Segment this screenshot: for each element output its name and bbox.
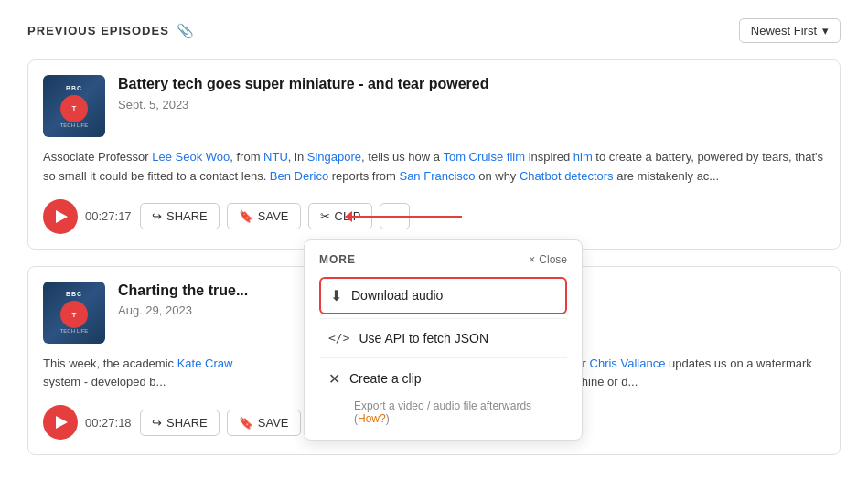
episode-desc-1: Associate Professor Lee Seok Woo, from N…: [43, 148, 825, 186]
section-title-text: PREVIOUS EPISODES: [27, 24, 169, 37]
controls-row-1: 00:27:17 ↪ SHARE 🔖 SAVE ✂ CLIP ···: [43, 199, 825, 234]
episode-title-1: Battery tech goes super miniature - and …: [118, 75, 825, 94]
duration-1: 00:27:17: [85, 209, 133, 223]
divider-2: [319, 357, 567, 358]
popup-title: MORE: [319, 253, 356, 266]
paperclip-icon: 📎: [177, 23, 195, 39]
share-label-1: SHARE: [166, 209, 208, 223]
api-icon: </>: [328, 331, 349, 345]
api-label: Use API to fetch JSON: [359, 331, 488, 346]
save-button-1[interactable]: 🔖 SAVE: [227, 203, 301, 229]
share-button-2[interactable]: ↪ SHARE: [140, 410, 220, 436]
save-button-2[interactable]: 🔖 SAVE: [227, 410, 301, 436]
sort-dropdown[interactable]: Newest First ▾: [739, 18, 841, 43]
duration-2: 00:27:18: [85, 416, 133, 430]
bookmark-icon-1: 🔖: [239, 209, 253, 223]
share-label-2: SHARE: [166, 416, 208, 430]
red-arrow: [345, 211, 462, 222]
divider-1: [319, 318, 567, 319]
share-icon-1: ↪: [152, 209, 162, 223]
clip-icon: ✕: [328, 370, 340, 388]
scissors-icon-1: ✂: [320, 209, 330, 223]
save-label-1: SAVE: [258, 209, 289, 223]
share-icon-2: ↪: [152, 416, 162, 430]
popup-close-button[interactable]: × Close: [529, 253, 567, 266]
download-icon: ⬇: [330, 287, 342, 304]
play-icon-2: [56, 416, 68, 429]
bookmark-icon-2: 🔖: [239, 416, 253, 430]
page: PREVIOUS EPISODES 📎 Newest First ▾ BBC T…: [0, 0, 868, 500]
popup-header: MORE × Close: [319, 253, 567, 266]
popup-download-item[interactable]: ⬇ Download audio: [319, 277, 567, 314]
play-button-2[interactable]: [43, 405, 78, 440]
clip-label: Create a clip: [349, 371, 422, 386]
section-header: PREVIOUS EPISODES 📎 Newest First ▾: [27, 18, 841, 43]
popup-api-item[interactable]: </> Use API to fetch JSON: [319, 323, 567, 354]
episode-top-1: BBC T TECH LIFE Battery tech goes super …: [43, 75, 825, 137]
section-title: PREVIOUS EPISODES 📎: [27, 23, 195, 39]
save-label-2: SAVE: [258, 416, 289, 430]
how-link[interactable]: How?: [358, 412, 386, 425]
episode-card-1: BBC T TECH LIFE Battery tech goes super …: [27, 59, 841, 250]
play-icon-1: [56, 210, 68, 223]
episode-info-1: Battery tech goes super miniature - and …: [118, 75, 825, 112]
share-button-1[interactable]: ↪ SHARE: [140, 203, 220, 229]
download-label: Download audio: [351, 288, 443, 303]
close-label: Close: [539, 253, 567, 266]
chevron-down-icon: ▾: [822, 24, 829, 37]
play-button-1[interactable]: [43, 199, 78, 234]
episode-thumb-1: BBC T TECH LIFE: [43, 75, 105, 137]
popup-clip-item[interactable]: ✕ Create a clip: [319, 362, 567, 396]
x-icon: ×: [529, 253, 535, 266]
episode-date-1: Sept. 5, 2023: [118, 98, 825, 112]
episode-thumb-2: BBC T TECH LIFE: [43, 282, 105, 344]
popup-sub-text: Export a video / audio file afterwards (…: [319, 396, 567, 427]
sort-label: Newest First: [751, 24, 817, 37]
more-dropdown: MORE × Close ⬇ Download audio </> Use AP…: [304, 239, 583, 441]
